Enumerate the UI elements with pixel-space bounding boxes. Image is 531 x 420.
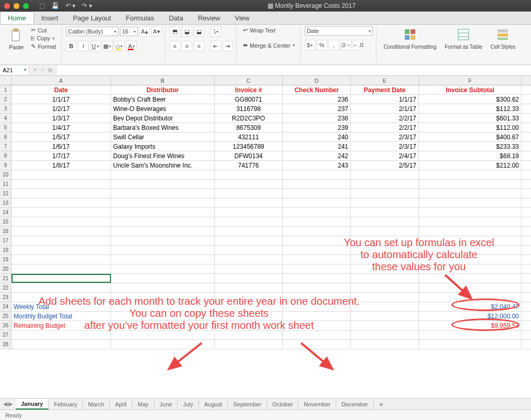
cell[interactable] bbox=[283, 208, 351, 217]
paste-button[interactable]: Paste bbox=[6, 26, 27, 52]
cell[interactable] bbox=[12, 293, 111, 302]
redo-icon[interactable]: ↷ ▾ bbox=[82, 2, 92, 9]
cell[interactable]: $2,040.47 bbox=[419, 302, 522, 311]
add-sheet-button[interactable]: + bbox=[374, 399, 389, 410]
cell[interactable] bbox=[419, 293, 522, 302]
sheet-tab-october[interactable]: October bbox=[267, 400, 298, 409]
cell[interactable] bbox=[215, 198, 283, 207]
bold-button[interactable]: B bbox=[66, 41, 76, 51]
cell[interactable]: Bobby's Craft Beer bbox=[111, 95, 215, 104]
cell[interactable] bbox=[419, 340, 522, 349]
decrease-decimal-button[interactable]: ←.0 bbox=[353, 40, 363, 50]
cell[interactable]: 8675309 bbox=[215, 123, 283, 132]
cell[interactable]: Bev Depot Distributor bbox=[111, 114, 215, 123]
cell[interactable] bbox=[351, 255, 419, 264]
cell[interactable]: Date bbox=[12, 85, 111, 94]
cell[interactable] bbox=[419, 217, 522, 226]
cell[interactable] bbox=[283, 274, 351, 283]
row-header[interactable]: 28 bbox=[0, 340, 12, 349]
row-header[interactable]: 27 bbox=[0, 330, 12, 339]
cell[interactable]: GG80071 bbox=[215, 95, 283, 104]
row-header[interactable]: 4 bbox=[0, 114, 12, 123]
cell[interactable] bbox=[283, 180, 351, 189]
cell[interactable] bbox=[215, 312, 283, 320]
cell[interactable] bbox=[111, 180, 215, 189]
sheet-tab-september[interactable]: September bbox=[228, 400, 267, 409]
decrease-font-button[interactable]: A▾ bbox=[151, 26, 162, 37]
cell[interactable]: 2/5/17 bbox=[351, 161, 419, 170]
cell[interactable] bbox=[351, 264, 419, 273]
cell[interactable]: 3116798 bbox=[215, 104, 283, 113]
col-header-e[interactable]: E bbox=[351, 76, 419, 85]
cell[interactable] bbox=[215, 330, 283, 339]
cell[interactable]: Invoice Subtotal bbox=[419, 85, 522, 94]
cell[interactable] bbox=[283, 340, 351, 349]
cell[interactable] bbox=[351, 198, 419, 207]
cell[interactable] bbox=[215, 321, 283, 330]
name-box[interactable]: A21▾ bbox=[0, 66, 29, 74]
comma-button[interactable]: , bbox=[329, 40, 339, 50]
cell[interactable] bbox=[351, 283, 419, 292]
active-cell[interactable] bbox=[12, 274, 111, 283]
cell[interactable]: Galaxy Imports bbox=[111, 142, 215, 151]
cell[interactable]: $300.62 bbox=[419, 95, 522, 104]
tab-page-layout[interactable]: Page Layout bbox=[65, 12, 118, 24]
cell[interactable] bbox=[215, 189, 283, 198]
cell[interactable] bbox=[111, 227, 215, 236]
cell[interactable]: 123456789 bbox=[215, 142, 283, 151]
row-header[interactable]: 2 bbox=[0, 95, 12, 104]
col-header-f[interactable]: F bbox=[419, 76, 522, 85]
row-header[interactable]: 24 bbox=[0, 302, 12, 311]
formula-input[interactable] bbox=[56, 65, 531, 75]
cell[interactable]: 243 bbox=[283, 161, 351, 170]
cell[interactable]: 1/8/17 bbox=[12, 161, 111, 170]
cell[interactable] bbox=[419, 227, 522, 236]
cell[interactable]: 1/3/17 bbox=[12, 114, 111, 123]
cell[interactable] bbox=[283, 198, 351, 207]
cell[interactable]: Distributor bbox=[111, 85, 215, 94]
cell[interactable] bbox=[12, 246, 111, 255]
cell[interactable]: 741776 bbox=[215, 161, 283, 170]
cell[interactable] bbox=[215, 283, 283, 292]
cell[interactable] bbox=[351, 236, 419, 245]
row-header[interactable]: 12 bbox=[0, 189, 12, 198]
cell[interactable] bbox=[111, 302, 215, 311]
close-window[interactable] bbox=[4, 3, 10, 9]
cell[interactable]: 237 bbox=[283, 104, 351, 113]
cell[interactable] bbox=[111, 198, 215, 207]
copy-button[interactable]: ⎘Copy▾ bbox=[29, 35, 58, 42]
cell[interactable] bbox=[111, 246, 215, 255]
cell[interactable] bbox=[351, 227, 419, 236]
cell[interactable] bbox=[419, 264, 522, 273]
row-header[interactable]: 20 bbox=[0, 264, 12, 273]
cell[interactable]: 239 bbox=[283, 123, 351, 132]
cell[interactable] bbox=[215, 227, 283, 236]
format-painter-button[interactable]: ✎Format bbox=[29, 42, 58, 50]
cell[interactable] bbox=[283, 189, 351, 198]
cell[interactable] bbox=[215, 246, 283, 255]
cell[interactable]: 2/2/17 bbox=[351, 123, 419, 132]
row-header[interactable]: 17 bbox=[0, 236, 12, 245]
cell[interactable] bbox=[111, 217, 215, 226]
cell[interactable] bbox=[12, 180, 111, 189]
cell[interactable]: DFW0134 bbox=[215, 151, 283, 160]
cell[interactable] bbox=[12, 170, 111, 179]
sheet-tab-january[interactable]: January bbox=[16, 399, 49, 410]
cell[interactable]: 1/7/17 bbox=[12, 151, 111, 160]
cell[interactable] bbox=[12, 227, 111, 236]
cell[interactable]: 2/3/17 bbox=[351, 142, 419, 151]
row-header[interactable]: 5 bbox=[0, 123, 12, 132]
row-header[interactable]: 1 bbox=[0, 85, 12, 94]
cell[interactable]: Barbara's Boxed Wines bbox=[111, 123, 215, 132]
align-center-button[interactable]: ≡ bbox=[182, 41, 192, 51]
cell[interactable]: 238 bbox=[283, 114, 351, 123]
zoom-window[interactable] bbox=[23, 3, 29, 9]
tab-review[interactable]: Review bbox=[191, 12, 228, 24]
row-header[interactable]: 8 bbox=[0, 151, 12, 160]
cell[interactable] bbox=[12, 236, 111, 245]
cell[interactable] bbox=[283, 255, 351, 264]
cell[interactable] bbox=[351, 180, 419, 189]
sheet-nav-next[interactable]: ▶ bbox=[8, 401, 13, 407]
cell[interactable]: Swill Cellar bbox=[111, 132, 215, 141]
row-header[interactable]: 10 bbox=[0, 170, 12, 179]
